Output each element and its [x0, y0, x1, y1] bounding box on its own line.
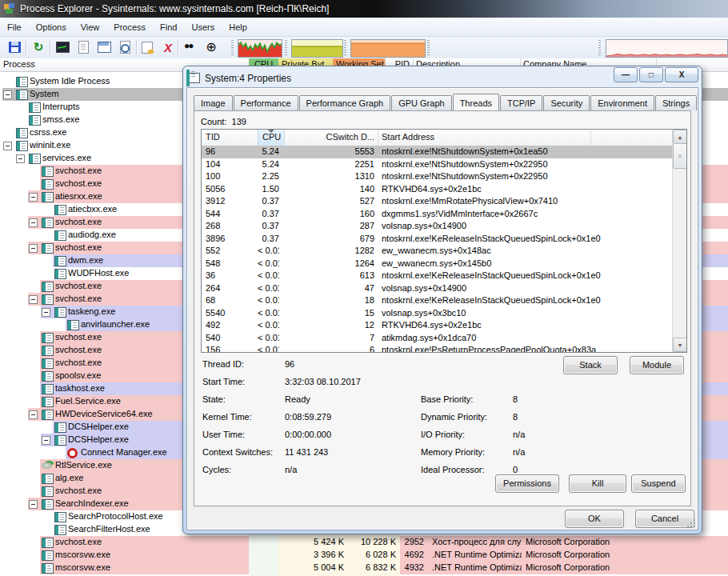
tab-strings[interactable]: Strings [655, 95, 697, 110]
thread-row[interactable]: 5540< 0.0115volsnap.sys+0x3bc10 [202, 307, 673, 320]
show-process-tree-button[interactable] [74, 38, 93, 56]
menu-item-users[interactable]: Users [184, 20, 222, 34]
thread-row[interactable]: 36< 0.01613ntoskrnl.exe!KeReleaseInStack… [202, 270, 673, 282]
menu-item-view[interactable]: View [74, 20, 107, 34]
menu-item-options[interactable]: Options [29, 20, 74, 34]
tab-security[interactable]: Security [543, 95, 590, 110]
tree-collapse-icon[interactable] [29, 410, 38, 419]
process-icon [42, 384, 54, 394]
vertical-scrollbar[interactable]: ▲ ≡ ▼ [672, 130, 686, 352]
thread-row[interactable]: 38960.37679ntoskrnl.exe!KeReleaseInStack… [202, 233, 673, 246]
tree-collapse-icon[interactable] [29, 244, 38, 253]
tree-collapse-icon[interactable] [29, 295, 38, 304]
thread-row[interactable]: 5440.37160dxgmms1.sys!VidMmInterface+0x2… [202, 208, 673, 221]
find-handle-button[interactable] [181, 38, 200, 56]
close-button[interactable]: X [665, 67, 698, 82]
detail-label: Dynamic Priority: [421, 412, 487, 422]
tree-collapse-icon[interactable] [29, 218, 38, 227]
tab-environment[interactable]: Environment [590, 95, 654, 110]
maximize-button[interactable]: □ [639, 67, 663, 82]
working-set-value: 6 028 K [334, 550, 396, 559]
thread-column-header-cswitch-d-[interactable]: CSwitch D... [283, 130, 378, 147]
tree-collapse-icon[interactable] [16, 154, 25, 163]
tree-collapse-icon[interactable] [29, 500, 38, 509]
process-icon [42, 474, 54, 484]
save-button[interactable] [5, 38, 24, 56]
window-titlebar[interactable]: Process Explorer - Sysinternals: www.sys… [0, 0, 728, 18]
thread-row[interactable]: 68< 0.0118ntoskrnl.exe!KeReleaseInStackQ… [202, 294, 673, 307]
find-window-button[interactable]: ⊕ [202, 38, 221, 56]
menu-item-help[interactable]: Help [222, 20, 254, 34]
thread-row[interactable]: 264< 0.0147volsnap.sys+0x14900 [202, 282, 673, 295]
tree-collapse-icon[interactable] [42, 436, 50, 445]
thread-cell: volsnap.sys+0x14900 [382, 221, 670, 230]
thread-row[interactable]: 552< 0.011282ew_wwanecm.sys+0x148ac [202, 245, 673, 258]
thread-row[interactable]: 39120.37527ntoskrnl.exe!MmRotatePhysical… [202, 195, 673, 208]
working-set-value: 6 832 K [334, 562, 396, 572]
scroll-down-icon[interactable]: ▼ [673, 338, 687, 352]
kill-process-button[interactable]: X [158, 38, 178, 56]
ok-button[interactable]: OK [565, 510, 624, 528]
thread-row[interactable]: 548< 0.011264ew_wwanecm.sys+0x145b0 [202, 258, 673, 270]
refresh-button[interactable]: ↻ [29, 38, 48, 56]
tree-collapse-icon[interactable] [42, 308, 50, 317]
view-dlls-button[interactable] [115, 38, 134, 56]
tree-collapse-icon[interactable] [3, 142, 12, 150]
tab-gpu-graph[interactable]: GPU Graph [391, 95, 451, 110]
thread-cell: ntoskrnl.exe!MmRotatePhysicalView+0x7410 [382, 196, 670, 206]
tree-collapse-icon[interactable] [3, 90, 12, 99]
kill-button[interactable]: Kill [569, 474, 626, 493]
cpu-usage-graph[interactable] [238, 39, 282, 58]
stack-button[interactable]: Stack [563, 356, 618, 374]
system-information-button[interactable] [53, 38, 72, 56]
thread-row[interactable]: 50561.50140RTKVHD64.sys+0x2e1bc [202, 183, 673, 196]
thread-cell: 548 [206, 258, 254, 268]
process-name: taskeng.exe [68, 306, 115, 316]
thread-cell: < 0.01 [258, 345, 279, 352]
kill-icon: X [164, 42, 172, 54]
physical-memory-graph[interactable] [350, 39, 426, 58]
cancel-button[interactable]: Cancel [635, 510, 694, 528]
thread-cell: 47 [283, 283, 374, 293]
resize-grip-icon[interactable] [686, 518, 696, 528]
menu-item-file[interactable]: File [0, 20, 29, 34]
description-value: .NET Runtime Optimization S... [432, 562, 522, 572]
thread-row[interactable]: 2680.37287volsnap.sys+0x14900 [202, 220, 673, 233]
sysinfo-icon [56, 42, 70, 53]
process-icon [42, 358, 54, 369]
tab-performance-graph[interactable]: Performance Graph [299, 95, 391, 110]
thread-column-header-cpu[interactable]: CPU [258, 130, 285, 147]
show-lower-pane-button[interactable] [94, 38, 114, 56]
thread-column-header-start-address[interactable]: Start Address [378, 130, 591, 147]
process-row-values: 5 004 K6 832 K4932.NET Runtime Optimizat… [0, 562, 728, 574]
scrollbar-thumb[interactable]: ≡ [673, 143, 687, 169]
company-name-value: Microsoft Corporation [526, 562, 646, 572]
thread-row[interactable]: 540< 0.017atikmdag.sys+0x1dca70 [202, 332, 673, 345]
tab-performance[interactable]: Performance [234, 95, 298, 110]
toolbar-handle [285, 40, 287, 55]
permissions-button[interactable]: Permissions [495, 474, 559, 493]
process-icon [54, 205, 66, 215]
thread-row[interactable]: 1045.242251ntoskrnl.exe!NtShutdownSystem… [202, 158, 673, 171]
menu-item-find[interactable]: Find [153, 20, 184, 34]
commit-history-graph[interactable] [291, 39, 343, 58]
thread-row[interactable]: 156< 0.016ntoskrnl.exe!PsReturnProcessPa… [202, 344, 673, 352]
menu-item-process[interactable]: Process [106, 20, 153, 34]
tab-image[interactable]: Image [194, 95, 233, 110]
thread-row[interactable]: 965.245553ntoskrnl.exe!NtShutdownSystem+… [202, 146, 673, 158]
properties-button[interactable] [138, 38, 157, 56]
module-button[interactable]: Module [630, 356, 684, 374]
io-history-graph[interactable] [606, 39, 728, 58]
description-value: Хост-процесс для служб ... [432, 537, 522, 546]
thread-row[interactable]: 1002.251310ntoskrnl.exe!NtShutdownSystem… [202, 170, 673, 183]
tree-collapse-icon[interactable] [29, 193, 38, 202]
thread-cell: RTKVHD64.sys+0x2e1bc [382, 320, 670, 330]
tab-threads[interactable]: Threads [453, 94, 499, 110]
tab-tcp-ip[interactable]: TCP/IP [500, 95, 542, 110]
scroll-up-icon[interactable]: ▲ [673, 130, 687, 144]
suspend-button[interactable]: Suspend [631, 474, 686, 493]
minimize-button[interactable]: — [614, 67, 638, 82]
thread-column-header-tid[interactable]: TID [202, 130, 258, 147]
toolbar-handle [231, 40, 234, 55]
thread-row[interactable]: 492< 0.0112RTKVHD64.sys+0x2e1bc [202, 319, 673, 332]
